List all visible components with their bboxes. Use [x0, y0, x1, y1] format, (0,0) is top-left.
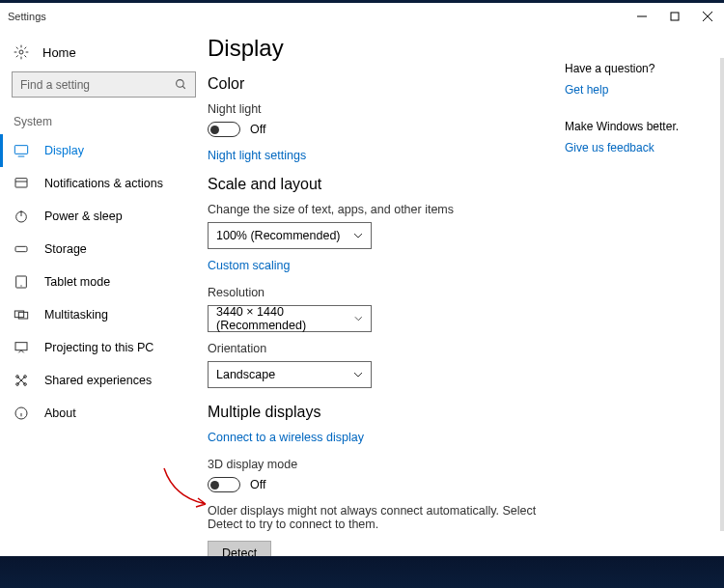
close-button[interactable]: [691, 3, 724, 29]
sidebar-item-label: Shared experiences: [44, 374, 152, 387]
sidebar-item-label: Power & sleep: [44, 210, 123, 223]
sidebar-item-multitasking[interactable]: Multitasking: [0, 298, 208, 331]
window-title: Settings: [8, 11, 46, 22]
sidebar-item-display[interactable]: Display: [0, 134, 208, 167]
night-light-settings-link[interactable]: Night light settings: [208, 149, 545, 162]
scrollbar[interactable]: [720, 58, 724, 531]
threed-toggle[interactable]: [208, 477, 240, 492]
scale-label: Change the size of text, apps, and other…: [208, 203, 545, 216]
sidebar-item-label: Projecting to this PC: [44, 341, 153, 354]
sidebar-item-label: Notifications & actions: [44, 177, 163, 190]
storage-icon: [14, 241, 29, 257]
chevron-down-icon: [354, 314, 363, 323]
maximize-button[interactable]: [658, 3, 691, 29]
svg-line-6: [182, 86, 185, 89]
custom-scaling-link[interactable]: Custom scaling: [208, 259, 545, 272]
sidebar-item-label: About: [44, 406, 76, 420]
color-heading: Color: [208, 75, 545, 93]
threed-label: 3D display mode: [208, 458, 545, 471]
section-label: System: [0, 107, 208, 134]
projecting-icon: [14, 340, 29, 355]
page-title: Display: [208, 35, 545, 62]
search-icon: [175, 78, 187, 91]
sidebar-item-power[interactable]: Power & sleep: [0, 200, 208, 233]
sidebar-item-label: Multitasking: [44, 308, 108, 322]
titlebar-controls: [626, 3, 724, 29]
resolution-value: 3440 × 1440 (Recommended): [216, 305, 354, 332]
sidebar-item-label: Tablet mode: [44, 275, 110, 289]
sidebar: Home Find a setting System Display Notif…: [0, 29, 208, 556]
monitor-icon: [14, 143, 29, 158]
sidebar-item-shared[interactable]: Shared experiences: [0, 364, 208, 397]
minimize-button[interactable]: [626, 3, 658, 29]
feedback-link[interactable]: Give us feedback: [565, 141, 714, 154]
home-label: Home: [42, 45, 76, 60]
chevron-down-icon: [353, 370, 363, 379]
svg-point-5: [177, 80, 184, 88]
feedback-heading: Make Windows better.: [565, 120, 714, 133]
question-heading: Have a question?: [565, 62, 714, 75]
scale-select[interactable]: 100% (Recommended): [208, 222, 372, 249]
orientation-value: Landscape: [216, 368, 275, 381]
search-placeholder: Find a setting: [20, 78, 90, 92]
orientation-select[interactable]: Landscape: [208, 361, 372, 388]
right-pane: Have a question? Get help Make Windows b…: [565, 35, 714, 556]
night-light-state: Off: [250, 123, 265, 136]
multiple-heading: Multiple displays: [208, 404, 545, 421]
main-content: Display Color Night light Off Night ligh…: [208, 29, 724, 556]
titlebar: Settings: [0, 3, 724, 29]
sidebar-item-storage[interactable]: Storage: [0, 233, 208, 266]
threed-state: Off: [250, 478, 265, 491]
svg-rect-13: [15, 246, 27, 251]
orientation-label: Orientation: [208, 342, 545, 355]
shared-icon: [14, 373, 29, 388]
sidebar-item-label: Display: [44, 144, 84, 157]
multitasking-icon: [14, 307, 29, 322]
chevron-down-icon: [353, 231, 363, 240]
night-light-label: Night light: [208, 102, 545, 116]
sidebar-item-projecting[interactable]: Projecting to this PC: [0, 331, 208, 364]
svg-rect-1: [671, 13, 679, 20]
detect-button[interactable]: Detect: [208, 541, 271, 556]
svg-point-4: [19, 50, 23, 54]
scale-value: 100% (Recommended): [216, 229, 341, 242]
power-icon: [14, 209, 29, 224]
resolution-label: Resolution: [208, 286, 545, 299]
sidebar-item-notifications[interactable]: Notifications & actions: [0, 167, 208, 200]
notifications-icon: [14, 176, 29, 191]
taskbar: [0, 556, 724, 588]
resolution-select[interactable]: 3440 × 1440 (Recommended): [208, 305, 372, 332]
sidebar-item-label: Storage: [44, 242, 87, 256]
search-input[interactable]: Find a setting: [12, 71, 196, 98]
svg-rect-18: [15, 343, 27, 350]
detect-text: Older displays might not always connect …: [208, 504, 545, 531]
settings-window: Settings Home Find a setting System Disp…: [0, 0, 724, 556]
sidebar-item-about[interactable]: About: [0, 397, 208, 430]
svg-rect-7: [14, 146, 27, 154]
info-icon: [14, 406, 29, 421]
night-light-toggle[interactable]: [208, 122, 240, 137]
gear-icon: [14, 44, 29, 60]
scale-heading: Scale and layout: [208, 176, 545, 193]
wireless-display-link[interactable]: Connect to a wireless display: [208, 431, 545, 444]
sidebar-item-tablet[interactable]: Tablet mode: [0, 266, 208, 298]
svg-rect-9: [15, 179, 27, 187]
tablet-icon: [14, 274, 29, 290]
get-help-link[interactable]: Get help: [565, 83, 714, 97]
home-button[interactable]: Home: [0, 37, 208, 68]
